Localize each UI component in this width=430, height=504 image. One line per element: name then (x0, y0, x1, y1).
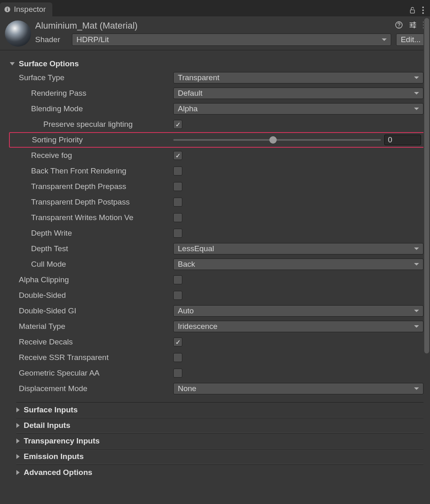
svg-rect-11 (410, 27, 416, 27)
blending-mode-dropdown[interactable]: Alpha (173, 103, 423, 115)
surface-type-row: Surface Type Transparent (10, 70, 426, 86)
geo-spec-aa-checkbox[interactable] (173, 369, 182, 378)
svg-point-4 (422, 7, 424, 8)
chevron-down-icon (414, 325, 419, 328)
section-title: Surface Inputs (24, 405, 78, 414)
kebab-icon[interactable] (422, 6, 424, 16)
dropdown-value: Auto (178, 306, 194, 315)
sorting-priority-slider[interactable] (173, 139, 381, 141)
vertical-scrollbar[interactable] (423, 16, 430, 504)
prop-label: Transparent Depth Postpass (10, 198, 173, 207)
material-preview-sphere[interactable] (5, 20, 31, 47)
surface-type-dropdown[interactable]: Transparent (173, 72, 423, 83)
shader-dropdown[interactable]: HDRP/Lit (72, 34, 391, 46)
chevron-down-icon (414, 76, 419, 79)
tab-bar: Inspector (0, 0, 430, 16)
svg-rect-3 (410, 10, 414, 13)
chevron-down-icon (382, 38, 387, 41)
cull-mode-dropdown[interactable]: Back (173, 259, 423, 270)
prop-label: Transparent Writes Motion Ve (10, 213, 173, 222)
dropdown-value: Alpha (178, 104, 198, 113)
lock-icon[interactable] (409, 7, 416, 16)
displacement-row: Displacement Mode None (10, 381, 426, 396)
settings-icon[interactable] (409, 21, 417, 31)
depth-test-dropdown[interactable]: LessEqual (173, 243, 423, 254)
depth-write-row: Depth Write (10, 225, 426, 241)
dropdown-value: Back (178, 260, 195, 269)
detail-inputs-header[interactable]: Detail Inputs (16, 418, 426, 433)
surface-options-header[interactable]: Surface Options (10, 58, 426, 70)
prop-label: Geometric Specular AA (10, 369, 173, 378)
help-icon[interactable] (395, 21, 403, 31)
shader-value: HDRP/Lit (76, 35, 109, 44)
chevron-down-icon (414, 92, 419, 94)
rendering-pass-dropdown[interactable]: Default (173, 88, 423, 99)
svg-point-8 (399, 27, 399, 27)
depth-prepass-checkbox[interactable] (173, 182, 182, 191)
back-then-front-row: Back Then Front Rendering (10, 163, 426, 179)
alpha-clipping-checkbox[interactable] (173, 275, 182, 284)
svg-point-5 (422, 9, 424, 11)
prop-label: Receive SSR Transparent (10, 353, 173, 362)
geo-spec-aa-row: Geometric Specular AA (10, 365, 426, 381)
depth-test-row: Depth Test LessEqual (10, 241, 426, 256)
receive-ssr-checkbox[interactable] (173, 353, 182, 362)
prop-label: Displacement Mode (10, 384, 173, 393)
receive-decals-row: Receive Decals ✓ (10, 334, 426, 350)
chevron-down-icon (414, 108, 419, 110)
inspector-tab[interactable]: Inspector (0, 2, 52, 16)
section-title: Surface Options (19, 59, 79, 68)
double-sided-row: Double-Sided (10, 288, 426, 303)
sorting-priority-input[interactable]: 0 (384, 135, 421, 145)
svg-rect-1 (7, 9, 8, 11)
receive-decals-checkbox[interactable]: ✓ (173, 338, 182, 346)
edit-button[interactable]: Edit... (396, 34, 425, 46)
input-value: 0 (388, 135, 392, 144)
depth-write-checkbox[interactable] (173, 229, 182, 238)
writes-motion-checkbox[interactable] (173, 213, 182, 222)
alpha-clipping-row: Alpha Clipping (10, 272, 426, 288)
chevron-right-icon (16, 454, 20, 459)
writes-motion-row: Transparent Writes Motion Ve (10, 210, 426, 225)
surface-inputs-header[interactable]: Surface Inputs (16, 402, 426, 418)
prop-label: Cull Mode (10, 260, 173, 269)
prop-label: Sorting Priority (10, 135, 173, 144)
svg-rect-12 (414, 22, 415, 24)
edit-button-label: Edit... (401, 35, 421, 44)
back-then-front-checkbox[interactable] (173, 166, 182, 176)
chevron-down-icon (414, 263, 419, 266)
prop-label: Receive Decals (10, 338, 173, 346)
double-sided-gi-dropdown[interactable]: Auto (173, 305, 423, 317)
material-type-dropdown[interactable]: Iridescence (173, 321, 423, 332)
receive-ssr-row: Receive SSR Transparent (10, 350, 426, 365)
double-sided-checkbox[interactable] (173, 291, 182, 300)
receive-fog-checkbox[interactable]: ✓ (173, 151, 182, 160)
svg-rect-13 (411, 24, 412, 26)
preserve-specular-checkbox[interactable]: ✓ (173, 120, 182, 129)
depth-prepass-row: Transparent Depth Prepass (10, 179, 426, 194)
svg-rect-2 (7, 8, 8, 9)
prop-label: Receive fog (10, 151, 173, 160)
section-title: Advanced Options (24, 468, 92, 477)
transparency-inputs-header[interactable]: Transparency Inputs (16, 433, 426, 449)
emission-inputs-header[interactable]: Emission Inputs (16, 449, 426, 464)
chevron-down-icon (414, 310, 419, 312)
depth-postpass-checkbox[interactable] (173, 198, 182, 207)
displacement-dropdown[interactable]: None (173, 383, 423, 394)
prop-label: Depth Write (10, 229, 173, 238)
prop-label: Rendering Pass (10, 89, 173, 98)
advanced-options-header[interactable]: Advanced Options (16, 464, 426, 480)
prop-label: Transparent Depth Prepass (10, 182, 173, 191)
svg-rect-10 (410, 25, 416, 25)
svg-rect-14 (414, 26, 415, 28)
prop-label: Alpha Clipping (10, 275, 173, 284)
prop-label: Double-Sided (10, 291, 173, 300)
dropdown-value: Default (178, 89, 202, 98)
slider-thumb[interactable] (269, 136, 277, 144)
scrollbar-thumb[interactable] (424, 18, 429, 353)
chevron-down-icon (414, 248, 419, 250)
double-sided-gi-row: Double-Sided GI Auto (10, 303, 426, 319)
prop-label: Surface Type (10, 73, 173, 82)
material-title: Aluminium_Mat (Material) (35, 20, 395, 31)
material-type-row: Material Type Iridescence (10, 319, 426, 334)
